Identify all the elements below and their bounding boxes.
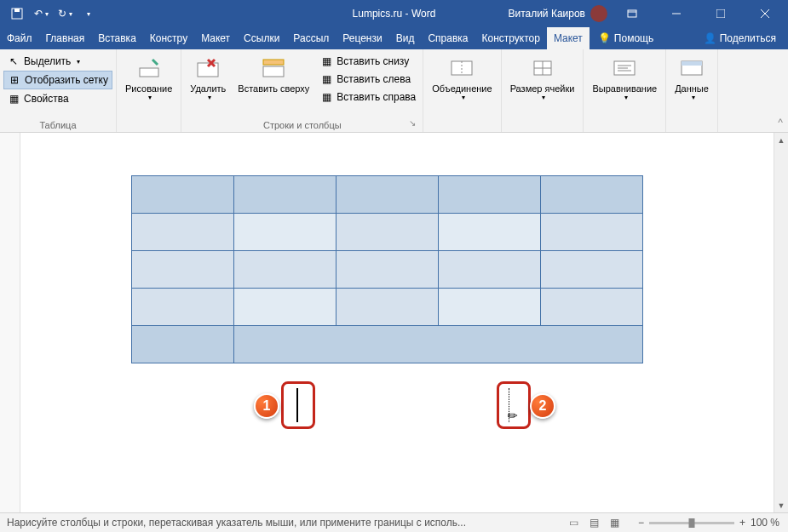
scroll-up-icon[interactable]: ▲ xyxy=(774,133,788,147)
vertical-ruler[interactable] xyxy=(0,133,20,512)
select-button[interactable]: ↖Выделить xyxy=(3,53,112,70)
ribbon-tabs: Файл Главная Вставка Констру Макет Ссылк… xyxy=(0,27,788,49)
tab-table-layout[interactable]: Макет xyxy=(547,27,590,49)
tab-view[interactable]: Вид xyxy=(389,27,422,49)
draw-button[interactable]: Рисование xyxy=(120,51,177,105)
page[interactable] xyxy=(20,133,788,512)
annotation-box-1 xyxy=(281,381,315,429)
vertical-scrollbar[interactable]: ▲ ▼ xyxy=(774,133,788,512)
redo-icon[interactable]: ↻ xyxy=(55,3,75,24)
cell-size-button[interactable]: Размер ячейки xyxy=(505,51,580,105)
status-text: Нарисуйте столбцы и строки, перетаскивая… xyxy=(0,517,560,529)
title-bar: ↶ ↻ ▾ Lumpics.ru - Word Виталий Каиров xyxy=(0,0,788,27)
tab-home[interactable]: Главная xyxy=(39,27,92,49)
scroll-down-icon[interactable]: ▼ xyxy=(774,498,788,512)
tell-me[interactable]: 💡Помощь xyxy=(590,27,662,49)
save-icon[interactable] xyxy=(7,3,27,24)
zoom-in-button[interactable]: + xyxy=(739,517,745,529)
drawn-border-line xyxy=(296,388,298,422)
lightbulb-icon: 💡 xyxy=(598,32,611,44)
merge-button[interactable]: Объединение xyxy=(427,51,497,105)
group-cell-size: Размер ячейки xyxy=(502,49,584,132)
avatar[interactable] xyxy=(590,5,607,22)
delete-icon xyxy=(194,54,221,82)
ribbon-display-icon[interactable] xyxy=(613,0,652,27)
svg-rect-25 xyxy=(682,61,702,66)
svg-rect-13 xyxy=(263,66,284,77)
insert-above-button[interactable]: Вставить сверху xyxy=(233,51,314,97)
alignment-button[interactable]: Выравнивание xyxy=(587,51,662,105)
close-button[interactable] xyxy=(745,0,785,27)
group-alignment: Выравнивание xyxy=(584,49,666,132)
tab-file[interactable]: Файл xyxy=(0,27,39,49)
zoom-controls: − + 100 % xyxy=(630,517,788,529)
properties-button[interactable]: ▦Свойства xyxy=(3,90,112,107)
tab-review[interactable]: Рецензи xyxy=(336,27,388,49)
insert-right-button[interactable]: ▦Вставить справа xyxy=(316,89,419,106)
qat-customize-icon[interactable]: ▾ xyxy=(78,3,99,24)
insert-above-icon xyxy=(260,54,287,82)
pencil-icon xyxy=(135,54,163,82)
insert-left-icon: ▦ xyxy=(319,72,333,86)
ribbon: ↖Выделить ⊞Отобразить сетку ▦Свойства Та… xyxy=(0,49,788,133)
tab-mailings[interactable]: Рассыл xyxy=(286,27,336,49)
document-area xyxy=(0,133,788,512)
undo-icon[interactable]: ↶ xyxy=(31,3,51,24)
properties-icon: ▦ xyxy=(7,92,20,106)
tab-design[interactable]: Констру xyxy=(143,27,194,49)
annotation-bubble-2: 2 xyxy=(530,393,555,419)
svg-rect-2 xyxy=(628,10,636,17)
annotation-bubble-1: 1 xyxy=(254,393,279,419)
dialog-launcher-icon[interactable]: ↘ xyxy=(409,118,421,130)
status-bar: Нарисуйте столбцы и строки, перетаскивая… xyxy=(0,512,788,532)
tab-references[interactable]: Ссылки xyxy=(237,27,286,49)
group-label: Строки и столбцы xyxy=(185,118,419,132)
tab-layout[interactable]: Макет xyxy=(194,27,237,49)
insert-below-button[interactable]: ▦Вставить снизу xyxy=(316,53,419,70)
user-name[interactable]: Виталий Каиров xyxy=(508,8,585,20)
svg-rect-1 xyxy=(14,9,20,12)
read-mode-icon[interactable]: ▭ xyxy=(565,515,584,530)
print-layout-icon[interactable]: ▤ xyxy=(585,515,604,530)
zoom-out-button[interactable]: − xyxy=(638,517,644,529)
group-table: ↖Выделить ⊞Отобразить сетку ▦Свойства Та… xyxy=(0,49,117,132)
delete-button[interactable]: Удалить xyxy=(185,51,231,105)
grid-icon: ⊞ xyxy=(8,73,21,87)
group-rows-columns: Удалить Вставить сверху ▦Вставить снизу … xyxy=(181,49,423,132)
merge-icon xyxy=(448,54,475,82)
cell-size-icon xyxy=(529,54,556,82)
collapse-ribbon-icon[interactable]: ^ xyxy=(778,117,783,129)
quick-access-toolbar: ↶ ↻ ▾ xyxy=(0,3,106,24)
word-table[interactable] xyxy=(131,175,643,363)
tab-insert[interactable]: Вставка xyxy=(91,27,143,49)
zoom-level[interactable]: 100 % xyxy=(751,517,779,529)
group-data: Данные xyxy=(666,49,718,132)
tab-table-design[interactable]: Конструктор xyxy=(475,27,546,49)
insert-right-icon: ▦ xyxy=(319,90,333,104)
group-merge: Объединение xyxy=(423,49,501,132)
share-icon: 👤 xyxy=(704,32,716,44)
minimize-button[interactable] xyxy=(657,0,696,27)
data-icon xyxy=(678,54,705,82)
svg-rect-5 xyxy=(716,9,725,18)
group-draw: Рисование xyxy=(117,49,181,132)
zoom-slider[interactable] xyxy=(649,522,734,524)
tab-help[interactable]: Справка xyxy=(421,27,475,49)
web-layout-icon[interactable]: ▦ xyxy=(606,515,624,530)
window-title: Lumpics.ru - Word xyxy=(353,8,436,20)
svg-line-9 xyxy=(152,60,158,65)
align-icon xyxy=(611,54,638,82)
share-button[interactable]: 👤Поделиться xyxy=(692,27,788,49)
view-gridlines-button[interactable]: ⊞Отобразить сетку xyxy=(3,71,112,89)
data-button[interactable]: Данные xyxy=(670,51,714,105)
maximize-button[interactable] xyxy=(701,0,740,27)
insert-left-button[interactable]: ▦Вставить слева xyxy=(316,71,419,88)
svg-rect-14 xyxy=(263,60,284,65)
cursor-icon: ↖ xyxy=(7,54,20,68)
svg-rect-8 xyxy=(140,68,158,77)
insert-below-icon: ▦ xyxy=(319,54,333,68)
group-label: Таблица xyxy=(3,118,112,132)
